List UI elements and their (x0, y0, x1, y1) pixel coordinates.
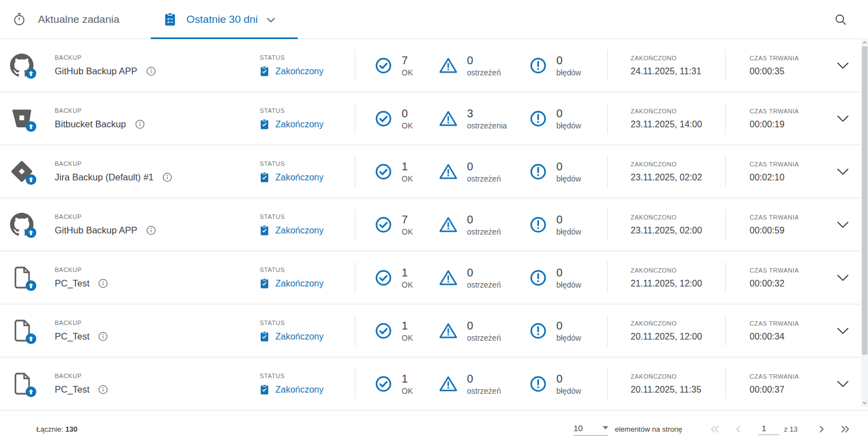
per-page-label: elementów na stronę (615, 425, 683, 433)
check-circle-icon (375, 163, 392, 180)
warnings-count: 0 (467, 319, 501, 332)
errors-label: błędów (556, 227, 581, 236)
error-circle-icon (530, 269, 547, 287)
backup-upload-badge (26, 227, 36, 238)
warning-triangle-icon (439, 110, 457, 127)
chevron-down-icon (266, 17, 275, 23)
expand-row-button[interactable] (818, 198, 868, 251)
task-row: BACKUP Bitbucket Backup STATUS (0, 92, 868, 145)
check-circle-icon (375, 375, 392, 393)
warning-triangle-icon (439, 322, 457, 339)
duration-value: 00:00:32 (750, 279, 817, 289)
duration-column-label: CZAS TRWANIA (750, 214, 817, 221)
header-tabs: Aktualne zadania Ostatnie 30 dni (0, 0, 868, 39)
search-button[interactable] (831, 10, 850, 29)
warnings-count: 3 (467, 107, 507, 120)
warnings-label: ostrzeżeń (467, 227, 501, 236)
finished-column-label: ZAKOŃCZONO (631, 373, 725, 380)
backup-upload-badge (26, 68, 36, 79)
status-clipboard-check-icon (260, 172, 269, 183)
info-icon[interactable] (163, 173, 172, 182)
backup-upload-badge (26, 121, 36, 132)
status-value: Zakończony (275, 226, 323, 236)
page-size-value: 10 (574, 423, 583, 433)
errors-count: 0 (556, 160, 581, 173)
errors-label: błędów (556, 386, 581, 395)
finished-column-label: ZAKOŃCZONO (631, 161, 725, 168)
info-icon[interactable] (98, 385, 108, 394)
error-circle-icon (530, 216, 547, 233)
expand-row-button[interactable] (818, 251, 868, 304)
ok-label: OK (402, 68, 413, 77)
status-clipboard-check-icon (260, 225, 269, 236)
info-icon[interactable] (98, 279, 108, 288)
info-icon[interactable] (146, 66, 156, 76)
errors-stat: 0 błędów (530, 319, 581, 342)
ok-count: 7 (402, 54, 413, 66)
tab-current-tasks-label: Aktualne zadania (38, 13, 120, 26)
status-value: Zakończony (275, 385, 323, 395)
warnings-label: ostrzeżeń (467, 280, 501, 289)
warning-triangle-icon (439, 269, 457, 286)
errors-stat: 0 błędów (530, 266, 581, 289)
status-value: Zakończony (275, 66, 323, 77)
errors-label: błędów (556, 174, 581, 183)
errors-label: błędów (556, 121, 581, 130)
expand-row-button[interactable] (818, 357, 868, 410)
chevron-down-icon (837, 327, 849, 335)
warning-triangle-icon (439, 375, 457, 392)
tab-last-30-days[interactable]: Ostatnie 30 dni (151, 0, 298, 39)
page-size-select[interactable]: 10 (574, 423, 608, 436)
error-circle-icon (530, 163, 547, 180)
chevron-right-icon (819, 426, 824, 433)
scroll-down-arrow-icon[interactable] (861, 399, 868, 406)
warnings-stat: 0 ostrzeżeń (439, 266, 530, 289)
first-page-button[interactable] (705, 420, 724, 439)
backup-column-label: BACKUP (55, 266, 260, 273)
task-list: BACKUP GitHub Backup APP STATUS (0, 39, 868, 410)
next-page-button[interactable] (812, 420, 831, 439)
warnings-label: ostrzeżenia (467, 121, 507, 130)
current-page-input[interactable]: 1 (758, 423, 779, 435)
info-icon[interactable] (135, 120, 145, 129)
task-row: BACKUP PC_Test STATUS (0, 357, 868, 410)
previous-page-button[interactable] (729, 420, 748, 439)
scroll-up-arrow-icon[interactable] (861, 39, 868, 46)
scrollbar-thumb[interactable] (862, 46, 867, 355)
warnings-label: ostrzeżeń (467, 174, 501, 183)
ok-count: 1 (402, 373, 413, 385)
ok-stat: 7 OK (375, 213, 439, 236)
expand-row-button[interactable] (818, 145, 868, 198)
duration-column-label: CZAS TRWANIA (750, 267, 817, 274)
ok-label: OK (402, 121, 413, 130)
finished-column-label: ZAKOŃCZONO (631, 320, 725, 327)
select-caret-icon (603, 426, 608, 429)
ok-label: OK (402, 174, 413, 183)
tab-current-tasks[interactable]: Aktualne zadania (0, 0, 145, 39)
info-icon[interactable] (98, 332, 108, 341)
backup-column-label: BACKUP (55, 373, 260, 379)
finished-value: 23.11.2025, 02:00 (631, 226, 725, 236)
check-circle-icon (375, 269, 392, 287)
task-row: BACKUP GitHub Backup APP STATUS (0, 198, 868, 251)
task-row: BACKUP Jira Backup (Default) #1 STATUS (0, 145, 868, 198)
expand-row-button[interactable] (818, 92, 868, 145)
finished-column-label: ZAKOŃCZONO (631, 267, 725, 274)
errors-stat: 0 błędów (530, 373, 581, 395)
task-name: Bitbucket Backup (55, 119, 126, 130)
backup-column-label: BACKUP (55, 107, 260, 114)
ok-count: 1 (402, 319, 413, 332)
chevron-down-icon (837, 380, 849, 388)
info-icon[interactable] (146, 226, 156, 235)
duration-value: 00:00:59 (750, 226, 817, 236)
ok-stat: 1 OK (375, 160, 439, 183)
chevron-down-icon (837, 62, 849, 69)
vertical-scrollbar[interactable] (861, 39, 868, 407)
expand-row-button[interactable] (818, 39, 868, 92)
backup-column-label: BACKUP (55, 213, 260, 220)
task-name: Jira Backup (Default) #1 (55, 172, 154, 183)
last-page-button[interactable] (836, 420, 855, 439)
expand-row-button[interactable] (818, 304, 868, 357)
warnings-stat: 0 ostrzeżeń (439, 319, 530, 342)
check-circle-icon (375, 57, 392, 74)
